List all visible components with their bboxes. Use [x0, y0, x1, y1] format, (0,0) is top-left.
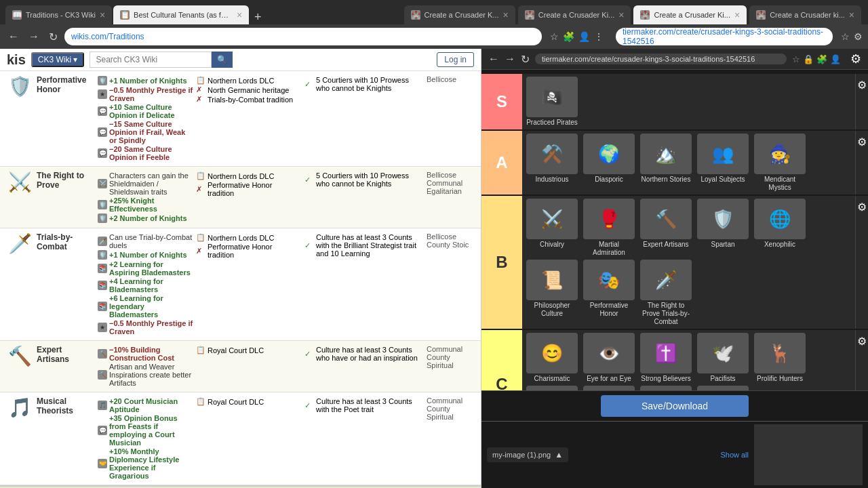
tier-item-3-7[interactable]: ⚔️ Warrior Culture: [639, 386, 693, 390]
tier-row-A: A ⚒️ Industrious 🌍 Diasporic 🏔️ Northern…: [481, 131, 868, 195]
tab-close-4[interactable]: ×: [618, 9, 624, 20]
tradition-effects-1: ⚔️ Characters can gain the Shieldmaiden …: [98, 171, 193, 224]
tab-label-1: Traditions - CK3 Wiki: [26, 11, 96, 19]
tier-forward-btn[interactable]: →: [505, 53, 515, 65]
eff-icon-2-2: 📚: [98, 264, 107, 273]
tab-close-5[interactable]: ×: [734, 9, 740, 20]
tier-item-0-0[interactable]: 🏴‍☠️ Practiced Pirates: [525, 77, 579, 127]
tier-item-img-1-0: ⚒️: [526, 134, 578, 174]
tier-item-3-6[interactable]: 📖 Storytellers: [582, 386, 636, 390]
wiki-nav-dropdown[interactable]: CK3 Wiki ▾: [31, 52, 85, 67]
effect-line-2-0: 🗡️ Can use Trial-by-Combat duels: [98, 233, 193, 249]
tier-item-1-3[interactable]: 👥 Loyal Subjects: [696, 134, 750, 184]
tier-item-3-2[interactable]: ✝️ Strong Believers: [639, 333, 693, 383]
tier-item-1-4[interactable]: 🧙 Mendicant Mystics: [753, 134, 807, 192]
tier-item-label-1-3: Loyal Subjects: [696, 176, 750, 184]
wiki-login-button[interactable]: Log in: [437, 52, 474, 67]
tier-item-label-3-3: Pacifists: [696, 375, 750, 383]
tier-gear-icon-S[interactable]: ⚙: [857, 79, 867, 92]
eff-icon-4-2: 🤝: [98, 459, 107, 468]
effect-line-0-2: 💬 +10 Same Culture Opinion if Delicate: [98, 103, 193, 119]
tier-toolbar-profile[interactable]: 👤: [830, 54, 841, 64]
tier-item-1-1[interactable]: 🌍 Diasporic: [582, 134, 636, 184]
new-tab-button[interactable]: +: [250, 10, 266, 24]
tier-toolbar-ext[interactable]: 🧩: [816, 54, 827, 64]
eff-icon-0-4: 💬: [98, 148, 107, 158]
tier-label-S: S: [481, 74, 522, 129]
tier-item-label-2-3: Spartan: [696, 241, 750, 249]
tier-item-img-1-4: 🧙: [754, 134, 806, 174]
effect-line-2-3: 📚 +4 Learning for Blademasters: [98, 277, 193, 293]
tier-item-3-0[interactable]: 😊 Charismatic: [525, 333, 579, 383]
save-download-button[interactable]: Save/Download: [601, 395, 749, 417]
traditions-list: 🛡️ Performative Honor 🛡️ +1 Number of Kn…: [0, 71, 481, 485]
tier-item-2-7[interactable]: 🗡️ The Right to Prove Trials-by-Combat: [639, 260, 693, 326]
tab-close-3[interactable]: ×: [503, 9, 509, 20]
address-bar-right[interactable]: tiermaker.com/create/crusader-kings-3-so…: [616, 28, 833, 45]
tier-settings-icon[interactable]: ⚙: [850, 52, 861, 66]
tier-gear-icon-C[interactable]: ⚙: [857, 335, 867, 348]
tradition-ethos-4: Communal County Spiritual: [424, 396, 478, 421]
req-line-0-1: ✗ North Germanic heritage: [196, 85, 299, 94]
tier-item-img-2-3: 🛡️: [697, 199, 749, 239]
req-icon-0-1: ✗: [196, 85, 205, 94]
tier-side-settings-A[interactable]: ⚙: [855, 131, 868, 195]
tier-item-img-1-2: 🏔️: [640, 134, 692, 174]
tab-crusader-2[interactable]: 🏰 Create a Crusader Ki... ×: [518, 5, 631, 24]
tab-bar: 📖 Traditions - CK3 Wiki × 📋 Best Cultura…: [0, 0, 868, 24]
tier-item-img-3-4: 🦌: [754, 333, 806, 373]
tier-item-2-6[interactable]: 🎭 Performative Honor: [582, 260, 636, 318]
tray-chevron-icon: ▲: [555, 450, 563, 460]
tier-toolbar-bookmark[interactable]: ☆: [792, 54, 800, 64]
tier-item-3-1[interactable]: 👁️ Eye for an Eye: [582, 333, 636, 383]
menu-icon[interactable]: ⋮: [594, 31, 604, 42]
tier-item-2-0[interactable]: ⚔️ Chivalry: [525, 199, 579, 249]
back-button[interactable]: ←: [5, 29, 22, 44]
eff-icon-2-0: 🗡️: [98, 237, 107, 246]
tier-address-bar[interactable]: tiermaker.com/create/crusader-kings-3-so…: [535, 54, 787, 64]
bookmark-icon-r[interactable]: ☆: [841, 31, 850, 42]
effect-line-0-0: 🛡️ +1 Number of Knights: [98, 76, 193, 85]
tier-item-3-5[interactable]: ⛵ Seafarers: [525, 386, 579, 390]
tab-crusader-4[interactable]: 🏰 Create a Crusader ki... ×: [749, 5, 861, 24]
tray-file-item[interactable]: my-image (1).png ▲: [487, 447, 568, 462]
tab-close-2[interactable]: ×: [237, 9, 242, 20]
tier-item-2-1[interactable]: 🥊 Martial Admiration: [582, 199, 636, 257]
eff-icon-1-2: 🛡️: [98, 214, 107, 223]
tier-gear-icon-B[interactable]: ⚙: [857, 201, 867, 214]
tab-close-1[interactable]: ×: [100, 9, 105, 20]
tier-item-3-8[interactable]: 🥗 Vegetarians: [696, 386, 750, 390]
tier-item-3-3[interactable]: 🕊️ Pacifists: [696, 333, 750, 383]
bookmark-icon[interactable]: ☆: [550, 31, 559, 42]
show-all-link[interactable]: Show all: [720, 451, 749, 459]
settings-icon-r[interactable]: ⚙: [854, 31, 863, 42]
tier-gear-icon-A[interactable]: ⚙: [857, 136, 867, 148]
effect-text-0-4: −20 Same Culture Opinion if Feeble: [109, 145, 193, 161]
forward-button[interactable]: →: [26, 29, 42, 44]
wiki-search-input[interactable]: [90, 52, 212, 68]
tier-item-1-0[interactable]: ⚒️ Industrious: [525, 134, 579, 184]
tab-close-6[interactable]: ×: [849, 9, 854, 20]
tier-reload-btn[interactable]: ↻: [521, 53, 530, 66]
effect-line-0-1: ★ −0.5 Monthly Prestige if Craven: [98, 86, 193, 102]
tier-item-2-5[interactable]: 📜 Philosopher Culture: [525, 260, 579, 318]
tier-side-settings-S[interactable]: ⚙: [855, 74, 868, 129]
reload-button[interactable]: ↻: [46, 29, 60, 45]
tier-item-2-2[interactable]: 🔨 Expert Artisans: [639, 199, 693, 249]
tier-item-2-4[interactable]: 🌐 Xenophilic: [753, 199, 807, 249]
profile-icon[interactable]: 👤: [578, 31, 590, 42]
wiki-search-button[interactable]: 🔍: [212, 52, 233, 68]
extension-icon[interactable]: 🧩: [563, 31, 574, 42]
tab-crusader-1[interactable]: 🏰 Create a Crusader K... ×: [404, 5, 515, 24]
tier-back-btn[interactable]: ←: [488, 53, 499, 65]
tier-item-1-2[interactable]: 🏔️ Northern Stories: [639, 134, 693, 184]
tray-filename: my-image (1).png: [492, 451, 551, 459]
tier-side-settings-B[interactable]: ⚙: [855, 196, 868, 329]
tier-item-2-3[interactable]: 🛡️ Spartan: [696, 199, 750, 249]
tier-item-3-4[interactable]: 🦌 Prolific Hunters: [753, 333, 807, 383]
address-bar-left[interactable]: wikis.com/Traditions: [64, 28, 542, 45]
tier-side-settings-C[interactable]: ⚙: [855, 330, 868, 390]
tab-ck3wiki[interactable]: 📖 Traditions - CK3 Wiki ×: [5, 5, 112, 24]
tab-crusader-3[interactable]: 🏰 Create a Crusader Ki... ×: [633, 5, 747, 24]
tab-best-cultural[interactable]: 📋 Best Cultural Tenants (as far as i... …: [113, 5, 249, 24]
